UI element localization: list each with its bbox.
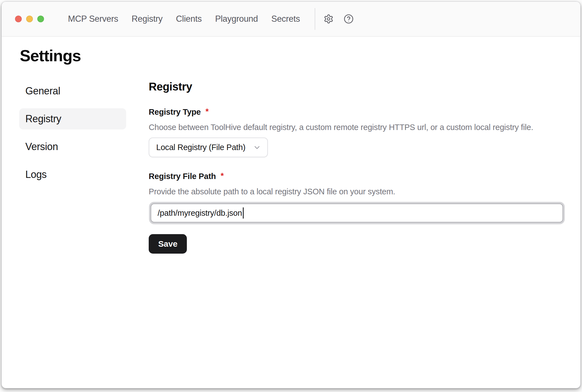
registry-file-path-input[interactable]: /path/myregistry/db.json bbox=[151, 204, 563, 222]
nav-item-registry[interactable]: Registry bbox=[131, 14, 162, 24]
traffic-lights bbox=[15, 16, 44, 22]
panel-title: Registry bbox=[149, 80, 565, 93]
top-navigation: MCP Servers Registry Clients Playground … bbox=[68, 14, 300, 24]
sidebar-item-version[interactable]: Version bbox=[19, 136, 126, 157]
titlebar: MCP Servers Registry Clients Playground … bbox=[2, 2, 580, 37]
registry-file-path-label: Registry File Path * bbox=[149, 172, 565, 181]
save-button[interactable]: Save bbox=[149, 234, 187, 254]
titlebar-divider bbox=[315, 8, 315, 30]
nav-item-playground[interactable]: Playground bbox=[215, 14, 258, 24]
sidebar-item-logs[interactable]: Logs bbox=[19, 164, 126, 185]
text-cursor bbox=[243, 207, 244, 219]
app-window: MCP Servers Registry Clients Playground … bbox=[1, 1, 581, 388]
nav-item-mcp-servers[interactable]: MCP Servers bbox=[68, 14, 118, 24]
sidebar-item-registry[interactable]: Registry bbox=[19, 108, 126, 129]
settings-sidebar: General Registry Version Logs bbox=[19, 80, 126, 185]
registry-file-path-description: Provide the absolute path to a local reg… bbox=[149, 187, 565, 196]
registry-type-description: Choose between ToolHive default registry… bbox=[149, 123, 565, 132]
required-marker: * bbox=[206, 107, 209, 116]
chevron-down-icon bbox=[253, 143, 261, 152]
registry-file-path-value: /path/myregistry/db.json bbox=[158, 209, 242, 218]
sidebar-item-general[interactable]: General bbox=[19, 80, 126, 102]
close-button[interactable] bbox=[15, 16, 22, 22]
required-marker: * bbox=[221, 171, 224, 180]
page-title: Settings bbox=[20, 46, 565, 65]
nav-item-secrets[interactable]: Secrets bbox=[271, 14, 300, 24]
zoom-button[interactable] bbox=[37, 16, 44, 22]
minimize-button[interactable] bbox=[26, 16, 33, 22]
registry-type-select[interactable]: Local Registry (File Path) bbox=[149, 138, 268, 157]
nav-item-clients[interactable]: Clients bbox=[176, 14, 202, 24]
registry-type-label: Registry Type * bbox=[149, 107, 565, 117]
registry-type-selected-value: Local Registry (File Path) bbox=[156, 143, 245, 152]
settings-gear-icon[interactable] bbox=[324, 14, 334, 24]
help-circle-icon[interactable] bbox=[344, 14, 354, 24]
settings-page: Settings General Registry Version Logs R… bbox=[2, 37, 580, 254]
registry-panel: Registry Registry Type * Choose between … bbox=[149, 80, 565, 254]
